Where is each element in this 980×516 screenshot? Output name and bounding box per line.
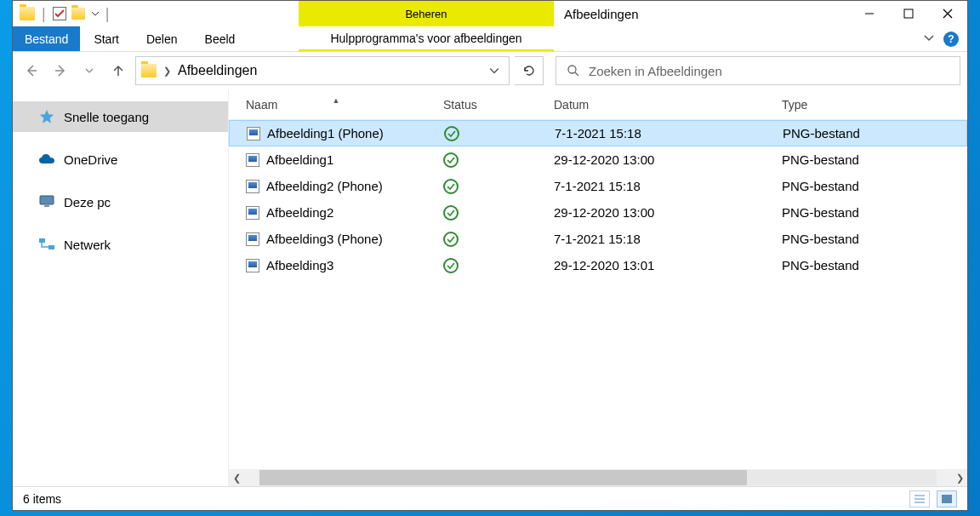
- image-file-icon: [246, 206, 259, 220]
- sidebar-item-quick-access[interactable]: Snelle toegang: [13, 101, 228, 132]
- column-header-name[interactable]: ▲ Naam: [229, 98, 443, 112]
- status-item-count: 6 items: [23, 492, 61, 506]
- title-bar: | | Beheren Afbeeldingen: [13, 1, 967, 26]
- navigation-pane: Snelle toegang OneDrive Deze pc: [13, 89, 229, 486]
- status-synced-icon: [443, 205, 459, 221]
- scroll-thumb[interactable]: [259, 470, 747, 485]
- view-details-button[interactable]: [909, 490, 930, 507]
- svg-rect-1: [904, 9, 913, 18]
- explorer-window: | | Beheren Afbeeldingen: [12, 0, 968, 511]
- svg-rect-10: [39, 238, 45, 243]
- image-file-icon: [246, 153, 259, 167]
- svg-line-7: [575, 72, 578, 76]
- sidebar-item-label: Snelle toegang: [64, 110, 149, 124]
- ribbon-tab-picture-tools[interactable]: Hulpprogramma's voor afbeeldingen: [299, 26, 554, 51]
- ribbon-tabs: Bestand Start Delen Beeld Hulpprogramma'…: [13, 26, 967, 52]
- ribbon-collapse-icon[interactable]: [923, 32, 935, 46]
- breadcrumb-separator-icon[interactable]: ❯: [163, 66, 171, 77]
- image-file-icon: [247, 127, 260, 140]
- help-icon[interactable]: ?: [943, 32, 959, 47]
- image-file-icon: [246, 180, 259, 193]
- file-row[interactable]: Afbeelding329-12-2020 13:01PNG-bestand: [229, 252, 967, 278]
- file-date: 7-1-2021 15:18: [554, 179, 782, 193]
- up-button[interactable]: [106, 59, 130, 83]
- file-type: PNG-bestand: [782, 179, 967, 193]
- svg-rect-11: [48, 245, 54, 249]
- qat-separator: |: [104, 5, 111, 23]
- scroll-left-icon[interactable]: ❮: [229, 473, 244, 484]
- status-synced-icon: [443, 232, 459, 247]
- back-button[interactable]: [20, 59, 43, 83]
- file-name: Afbeelding3: [266, 258, 333, 272]
- qat-properties-icon[interactable]: [53, 7, 66, 20]
- column-header-type[interactable]: Type: [782, 98, 967, 112]
- file-name: Afbeelding3 (Phone): [266, 232, 383, 246]
- quick-access-toolbar: | |: [13, 1, 299, 26]
- file-date: 7-1-2021 15:18: [555, 126, 783, 140]
- recent-locations-button[interactable]: [77, 59, 101, 83]
- search-box[interactable]: Zoeken in Afbeeldingen: [556, 56, 960, 85]
- image-file-icon: [246, 259, 259, 272]
- cloud-icon: [38, 152, 55, 167]
- window-controls: [850, 1, 967, 26]
- svg-rect-9: [44, 205, 49, 207]
- file-row[interactable]: Afbeelding1 (Phone)7-1-2021 15:18PNG-bes…: [229, 120, 967, 146]
- file-type: PNG-bestand: [782, 232, 967, 246]
- close-button[interactable]: [928, 1, 967, 26]
- breadcrumb-current[interactable]: Afbeeldingen: [178, 63, 257, 78]
- address-folder-icon: [141, 64, 157, 77]
- navigation-bar: ❯ Afbeeldingen Zoeken in Afbeeldingen: [13, 52, 967, 89]
- file-rows: Afbeelding1 (Phone)7-1-2021 15:18PNG-bes…: [229, 120, 967, 469]
- file-type: PNG-bestand: [782, 152, 967, 167]
- forward-button[interactable]: [48, 59, 72, 83]
- sidebar-item-network[interactable]: Netwerk: [13, 229, 228, 260]
- network-icon: [38, 237, 55, 252]
- status-synced-icon: [443, 152, 459, 168]
- file-date: 29-12-2020 13:00: [554, 152, 782, 167]
- window-title: Afbeeldingen: [554, 1, 850, 26]
- minimize-button[interactable]: [850, 1, 889, 26]
- file-type: PNG-bestand: [782, 258, 967, 272]
- column-headers: ▲ Naam Status Datum Type: [229, 89, 967, 120]
- file-row[interactable]: Afbeelding129-12-2020 13:00PNG-bestand: [229, 146, 967, 173]
- contextual-tab-header[interactable]: Beheren: [299, 1, 554, 26]
- horizontal-scrollbar[interactable]: ❮ ❯: [229, 469, 967, 486]
- status-synced-icon: [444, 126, 459, 141]
- view-thumbnails-button[interactable]: [937, 490, 957, 507]
- file-row[interactable]: Afbeelding3 (Phone)7-1-2021 15:18PNG-bes…: [229, 226, 967, 252]
- file-row[interactable]: Afbeelding229-12-2020 13:00PNG-bestand: [229, 199, 967, 226]
- refresh-button[interactable]: [515, 56, 544, 85]
- qat-dropdown-icon[interactable]: [90, 10, 99, 17]
- ribbon-tab-view[interactable]: Beeld: [191, 26, 249, 51]
- address-bar[interactable]: ❯ Afbeeldingen: [135, 56, 510, 85]
- status-synced-icon: [443, 258, 459, 273]
- file-date: 29-12-2020 13:00: [554, 205, 782, 220]
- scroll-track[interactable]: [259, 470, 937, 485]
- qat-new-folder-icon[interactable]: [71, 8, 85, 20]
- sidebar-item-this-pc[interactable]: Deze pc: [13, 186, 228, 217]
- ribbon-tab-file[interactable]: Bestand: [13, 26, 80, 51]
- body: Snelle toegang OneDrive Deze pc: [13, 89, 967, 486]
- file-type: PNG-bestand: [782, 205, 967, 220]
- file-name: Afbeelding1: [266, 152, 333, 167]
- maximize-button[interactable]: [889, 1, 928, 26]
- file-name: Afbeelding2: [266, 205, 333, 220]
- file-row[interactable]: Afbeelding2 (Phone)7-1-2021 15:18PNG-bes…: [229, 173, 967, 199]
- file-name: Afbeelding1 (Phone): [267, 126, 384, 140]
- file-type: PNG-bestand: [783, 126, 966, 140]
- search-placeholder: Zoeken in Afbeeldingen: [589, 64, 722, 78]
- sidebar-item-label: Deze pc: [64, 195, 111, 209]
- search-icon: [567, 64, 580, 77]
- pc-icon: [38, 194, 55, 209]
- sidebar-item-onedrive[interactable]: OneDrive: [13, 144, 228, 175]
- column-header-date[interactable]: Datum: [554, 98, 782, 112]
- column-header-status[interactable]: Status: [443, 98, 554, 112]
- scroll-right-icon[interactable]: ❯: [952, 473, 967, 484]
- image-file-icon: [246, 232, 259, 246]
- ribbon-tab-start[interactable]: Start: [80, 26, 133, 51]
- svg-point-6: [568, 66, 576, 73]
- sidebar-item-label: Netwerk: [64, 238, 111, 252]
- address-history-dropdown[interactable]: [485, 66, 504, 76]
- star-pin-icon: [38, 109, 55, 124]
- ribbon-tab-share[interactable]: Delen: [133, 26, 191, 51]
